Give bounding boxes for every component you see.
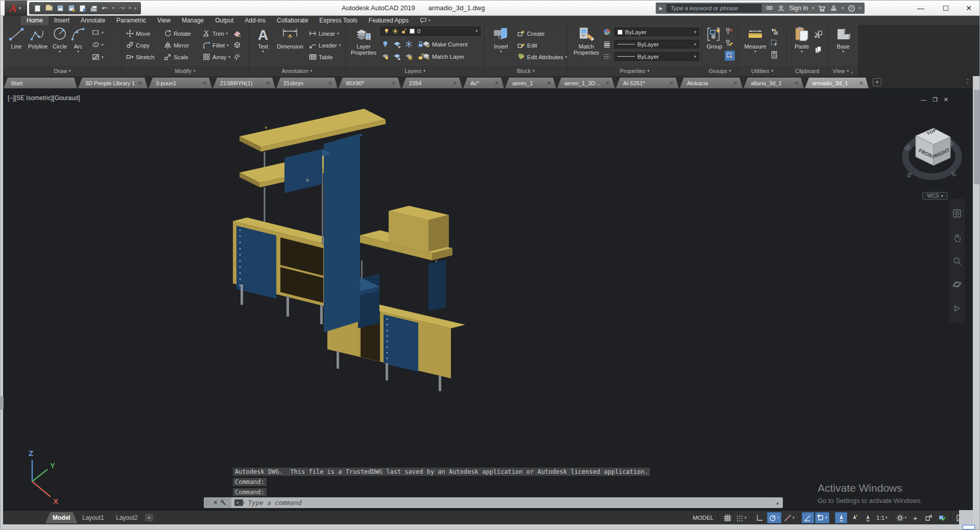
text-button[interactable]: A Text ▾	[254, 26, 272, 54]
ribbon-tab-manage[interactable]: Manage	[176, 16, 209, 25]
layer-isolate-button[interactable]	[393, 40, 401, 48]
erase-button[interactable]	[233, 29, 241, 38]
panel-label-layers[interactable]: Layers▾	[346, 65, 484, 76]
new-layout-button[interactable]: +	[145, 514, 153, 521]
ribbon-tab-insert[interactable]: Insert	[49, 16, 75, 25]
layer-properties-button[interactable]: Layer Properties	[349, 26, 378, 56]
group-selection-toggle[interactable]	[725, 51, 735, 61]
panel-launcher-icon[interactable]: ⌟	[851, 68, 853, 74]
ungroup-button[interactable]	[726, 27, 733, 36]
match-layer-button[interactable]: Match Layer	[422, 52, 464, 61]
insert-block-button[interactable]: Insert ▾	[490, 26, 512, 54]
close-icon[interactable]: ✕	[266, 80, 270, 86]
close-icon[interactable]: ✕	[213, 499, 218, 506]
chevron-down-icon[interactable]: ▾	[745, 516, 747, 520]
close-icon[interactable]: ✕	[328, 80, 332, 86]
file-tab[interactable]: Alokacia✕	[680, 78, 743, 88]
command-input[interactable]	[245, 499, 773, 507]
rectangle-tool-button[interactable]: ▾	[92, 28, 104, 37]
zoom-icon[interactable]	[952, 256, 962, 266]
viewcube[interactable]: W S E N TOP FRONT RIGHT	[892, 114, 973, 196]
ribbon-tab-express-tools[interactable]: Express Tools	[314, 16, 363, 25]
file-tab[interactable]: AI-5251*✕	[616, 78, 679, 88]
new-tab-button[interactable]: +	[873, 78, 881, 86]
annotation-visibility-toggle[interactable]	[835, 512, 847, 523]
object-color-dropdown[interactable]: ByLayer ▾	[614, 28, 699, 36]
palette-grab-tab[interactable]	[1, 396, 4, 409]
file-tab[interactable]: aereo_1_3D_747✕	[557, 78, 615, 88]
dimension-button[interactable]: Dimension	[275, 26, 305, 50]
linear-dimension-button[interactable]: Linear▾	[309, 29, 339, 38]
file-tab[interactable]: altana_3d_1✕	[744, 78, 804, 88]
tab-overflow-icon[interactable]: ⌄⌄	[966, 77, 970, 84]
ribbon-tab-output[interactable]: Output	[209, 16, 239, 25]
chevron-down-icon[interactable]: ▾	[500, 50, 502, 54]
file-tab[interactable]: 2354✕	[402, 78, 462, 88]
panel-label-clipboard[interactable]: Clipboard	[787, 65, 827, 76]
ribbon-tab-view[interactable]: View	[152, 16, 176, 25]
close-icon[interactable]: ✕	[495, 80, 499, 86]
create-block-button[interactable]: Create	[517, 29, 545, 38]
scale-button[interactable]: Scale	[164, 53, 188, 61]
maximize-button[interactable]: ☐	[934, 1, 958, 15]
chevron-down-icon[interactable]: ▾	[228, 55, 230, 59]
close-icon[interactable]: ✕	[203, 80, 207, 86]
file-tab[interactable]: 21sbryn✕	[276, 78, 338, 88]
collapse-arrow-icon[interactable]: ▶	[659, 6, 662, 11]
fillet-button[interactable]: Fillet▾	[203, 41, 229, 50]
polar-tracking-toggle[interactable]: ▾	[767, 512, 782, 523]
print-button[interactable]	[90, 5, 98, 12]
chevron-down-icon[interactable]: ▾	[826, 516, 828, 520]
line-button[interactable]: Line	[7, 26, 26, 50]
close-button[interactable]: ✕	[957, 1, 980, 15]
panel-label-properties[interactable]: Properties▾	[567, 65, 702, 76]
search-input[interactable]	[666, 4, 761, 12]
hatch-tool-button[interactable]: ▾	[92, 53, 104, 61]
scrollbar-thumb[interactable]	[974, 90, 979, 184]
search-icon[interactable]	[766, 5, 773, 12]
layer-match-button[interactable]	[393, 53, 401, 60]
file-tab[interactable]: Ac*✕	[463, 78, 504, 88]
customize-qat-button[interactable]: ▿	[134, 6, 136, 11]
chevron-down-icon[interactable]: ▾	[842, 6, 844, 10]
match-properties-button[interactable]: Match Properties	[571, 26, 601, 56]
chevron-down-icon[interactable]: ▾	[262, 50, 264, 54]
wrench-icon[interactable]	[220, 499, 227, 506]
mirror-button[interactable]: Mirror	[164, 41, 189, 50]
new-file-button[interactable]	[34, 5, 41, 12]
trim-button[interactable]: Trim▾	[203, 29, 228, 38]
select-all-button[interactable]	[771, 39, 778, 47]
plot-button[interactable]	[79, 5, 86, 12]
drawing-viewport[interactable]: [−][SE Isometric][Gouraud] — ❐ ✕	[3, 88, 973, 510]
isometric-drafting-toggle[interactable]: ▾	[782, 512, 796, 523]
ribbon-tab-home[interactable]: Home	[21, 16, 49, 25]
object-snap-tracking-toggle[interactable]	[802, 512, 814, 523]
quick-select-button[interactable]	[771, 27, 778, 36]
annotation-scale-value[interactable]: 1:1▾	[875, 512, 889, 523]
offset-button[interactable]	[233, 53, 241, 61]
close-icon[interactable]: ✕	[670, 80, 674, 86]
ribbon-tab-parametric[interactable]: Parametric	[111, 16, 152, 25]
cart-icon[interactable]	[818, 5, 826, 12]
file-tab[interactable]: 3D People Library 1✕	[78, 78, 148, 88]
drag-grip-icon[interactable]	[206, 500, 210, 505]
layer-thaw-button[interactable]	[405, 53, 413, 60]
base-view-button[interactable]: Base ▾	[834, 26, 852, 54]
file-tab[interactable]: 21SBRYN(1)✕	[213, 78, 275, 88]
move-button[interactable]: Move	[126, 29, 150, 38]
copy-clip-button[interactable]	[815, 45, 822, 54]
share-icon[interactable]	[830, 5, 838, 12]
close-icon[interactable]: ✕	[859, 80, 864, 86]
edit-block-button[interactable]: Edit	[517, 41, 537, 50]
file-tab[interactable]: 90X90*✕	[339, 78, 401, 88]
rotate-button[interactable]: Rotate	[164, 29, 191, 38]
chevron-down-icon[interactable]: ▾	[226, 32, 228, 36]
orbit-icon[interactable]	[952, 280, 962, 289]
command-history-up-icon[interactable]: ▲	[772, 500, 783, 505]
chevron-down-icon[interactable]: ▾	[886, 516, 888, 520]
annotation-autoscale-toggle[interactable]	[848, 512, 861, 523]
chevron-down-icon[interactable]: ▾	[812, 6, 815, 10]
redo-button[interactable]	[118, 5, 126, 12]
open-file-button[interactable]	[45, 5, 53, 12]
chevron-down-icon[interactable]: ▾	[778, 516, 780, 520]
